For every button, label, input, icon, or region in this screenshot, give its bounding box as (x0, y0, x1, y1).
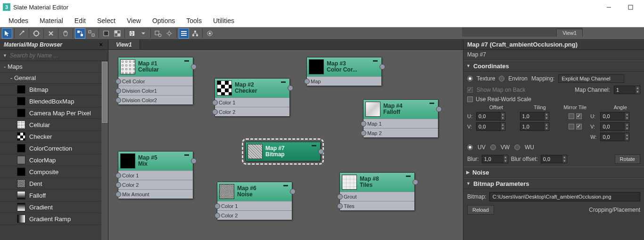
tree-item-dent[interactable]: Dent (0, 178, 101, 190)
node-output[interactable] (288, 85, 293, 91)
collapse-icon[interactable] (372, 59, 379, 62)
v-tile-check[interactable] (576, 124, 582, 129)
node-slot[interactable]: Mix Amount (118, 189, 193, 199)
tool-show-end-icon[interactable] (101, 28, 111, 39)
rollout-coordinates[interactable]: ▼Coordinates (463, 60, 644, 72)
node-slot[interactable]: Color 1 (217, 201, 292, 210)
tree-item-falloff[interactable]: Falloff (0, 190, 101, 201)
node-map3[interactable]: Map #3Color Cor... Map (306, 57, 382, 86)
map-channel-input[interactable]: 1▲▼ (614, 86, 640, 94)
tool-apply-icon[interactable] (31, 28, 41, 39)
tool-clear-icon[interactable] (46, 28, 56, 39)
radio-uv[interactable] (467, 144, 473, 150)
node-canvas[interactable]: Map #1Cellular Cell Color Division Color… (108, 50, 463, 240)
mapping-dropdown[interactable]: Explicit Map Channel (558, 74, 624, 83)
node-output[interactable] (413, 179, 418, 185)
tree-item-composite[interactable]: Composite (0, 166, 101, 178)
node-output[interactable] (436, 106, 442, 112)
check-show-map-back[interactable] (467, 87, 473, 93)
node-slot[interactable]: Color 2 (118, 180, 193, 189)
param-subtitle[interactable]: Map #7 (463, 50, 644, 60)
browser-close-icon[interactable]: × (98, 41, 104, 48)
v-angle-input[interactable]: 0,0▲▼ (600, 122, 629, 131)
right-view-tab[interactable]: View1 (556, 29, 583, 37)
radio-texture[interactable] (467, 76, 473, 81)
node-map7[interactable]: Map #7Bitmap (245, 142, 321, 161)
node-slot[interactable]: Division Color2 (118, 95, 193, 104)
menu-select[interactable]: Select (91, 15, 121, 26)
node-output[interactable] (290, 189, 296, 194)
node-map1[interactable]: Map #1Cellular Cell Color Division Color… (118, 57, 193, 105)
tree-item-blendedbox[interactable]: BlendedBoxMap (0, 96, 101, 107)
menu-material[interactable]: Material (34, 15, 69, 26)
u-tile-check[interactable] (576, 113, 582, 119)
tree-item-colormap[interactable]: ColorMap (0, 154, 101, 166)
u-offset-input[interactable]: 0,0▲▼ (476, 112, 505, 120)
search-input[interactable] (10, 52, 105, 59)
tool-pointer-icon[interactable] (2, 28, 12, 39)
node-slot[interactable]: Map 2 (363, 128, 438, 137)
v-offset-input[interactable]: 0,0▲▼ (476, 122, 505, 131)
tree-group-general[interactable]: - General (0, 72, 101, 84)
collapse-icon[interactable] (429, 102, 435, 104)
tool-select-by-icon[interactable] (153, 28, 163, 39)
node-slot[interactable]: Tiles (340, 201, 414, 210)
menu-edit[interactable]: Edit (69, 15, 91, 26)
node-map5[interactable]: Map #5Mix Color 1 Color 2 Mix Amount (118, 151, 193, 199)
node-output[interactable] (380, 64, 385, 70)
node-slot[interactable]: Grout (340, 192, 414, 201)
node-output[interactable] (191, 158, 197, 164)
maximize-button[interactable] (619, 0, 641, 14)
node-slot[interactable]: Color 2 (215, 107, 289, 116)
browser-tree[interactable]: - Maps - General Bitmap BlendedBoxMap Ca… (0, 61, 108, 240)
menu-modes[interactable]: Modes (3, 15, 34, 26)
collapse-icon[interactable] (311, 144, 317, 147)
node-slot[interactable]: Color 1 (118, 170, 193, 180)
node-slot[interactable]: Map (307, 76, 381, 86)
radio-wu[interactable] (514, 144, 520, 150)
tool-options-icon[interactable] (164, 28, 174, 39)
tree-item-bitmap[interactable]: Bitmap (0, 84, 101, 96)
collapse-icon[interactable] (405, 175, 412, 177)
browser-search[interactable]: ▼ (0, 50, 108, 61)
tree-item-gradientramp[interactable]: Gradient Ramp (0, 213, 101, 225)
minimize-button[interactable] (598, 0, 619, 14)
collapse-icon[interactable] (280, 80, 287, 83)
bitmap-path-input[interactable]: C:\Users\Ivan\Desktop\Craft_ambientOcclu… (489, 192, 640, 201)
tree-item-cameramap[interactable]: Camera Map Per Pixel (0, 107, 101, 119)
tool-background-icon[interactable] (112, 28, 123, 39)
tree-item-checker[interactable]: Checker (0, 131, 101, 143)
tool-sample-dropdown-icon[interactable] (138, 28, 149, 39)
tool-layout-list-icon[interactable] (179, 28, 189, 39)
tree-group-maps[interactable]: - Maps (0, 61, 101, 72)
rollout-bitmap-params[interactable]: ▼Bitmap Parameters (463, 178, 644, 189)
u-mirror-check[interactable] (569, 113, 574, 119)
blur-offset-input[interactable]: 0,0▲▼ (541, 155, 567, 163)
rollout-noise[interactable]: ▶Noise (463, 167, 644, 178)
node-map8[interactable]: Map #8Tiles Grout Tiles (339, 172, 415, 211)
node-output[interactable] (318, 149, 324, 154)
node-slot[interactable]: Color 1 (215, 97, 289, 107)
menu-options[interactable]: Options (147, 15, 181, 26)
radio-environ[interactable] (499, 76, 504, 81)
w-angle-input[interactable]: 0,0▲▼ (600, 133, 629, 141)
blur-input[interactable]: 1,0▲▼ (482, 155, 508, 163)
tree-item-colorcorrection[interactable]: ColorCorrection (0, 143, 101, 154)
tool-delete-icon[interactable] (60, 28, 71, 39)
menu-utilities[interactable]: Utilities (207, 15, 240, 26)
tool-layout-children-icon[interactable] (190, 28, 200, 39)
v-tiling-input[interactable]: 1,0▲▼ (520, 122, 549, 131)
v-mirror-check[interactable] (569, 124, 574, 129)
tree-scroll-thumb[interactable] (102, 62, 107, 123)
tree-item-cellular[interactable]: Cellular (0, 119, 101, 131)
radio-vw[interactable] (490, 144, 496, 150)
node-slot[interactable]: Map 1 (363, 119, 438, 128)
search-options-icon[interactable]: ▼ (3, 53, 7, 58)
node-slot[interactable]: Division Color1 (118, 86, 193, 95)
tool-eyedropper-icon[interactable] (17, 28, 27, 39)
collapse-icon[interactable] (183, 153, 190, 156)
reload-button[interactable]: Reload (467, 205, 494, 215)
rotate-button[interactable]: Rotate (615, 154, 640, 164)
view-tab[interactable]: View1 (108, 40, 140, 49)
tree-item-gradient[interactable]: Gradient (0, 201, 101, 213)
